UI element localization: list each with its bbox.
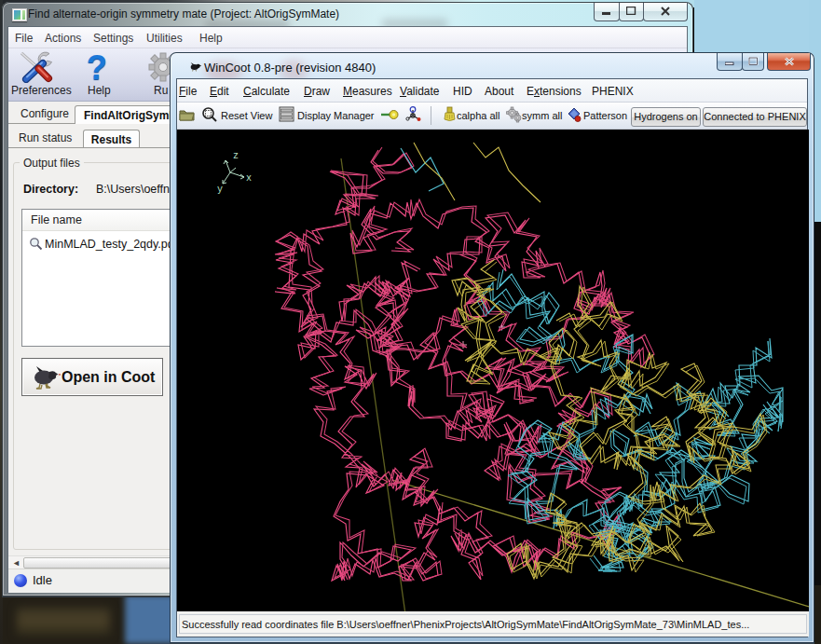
svg-text:x: x: [246, 173, 252, 184]
svg-text:z: z: [233, 151, 239, 161]
svg-text:y: y: [217, 185, 223, 195]
